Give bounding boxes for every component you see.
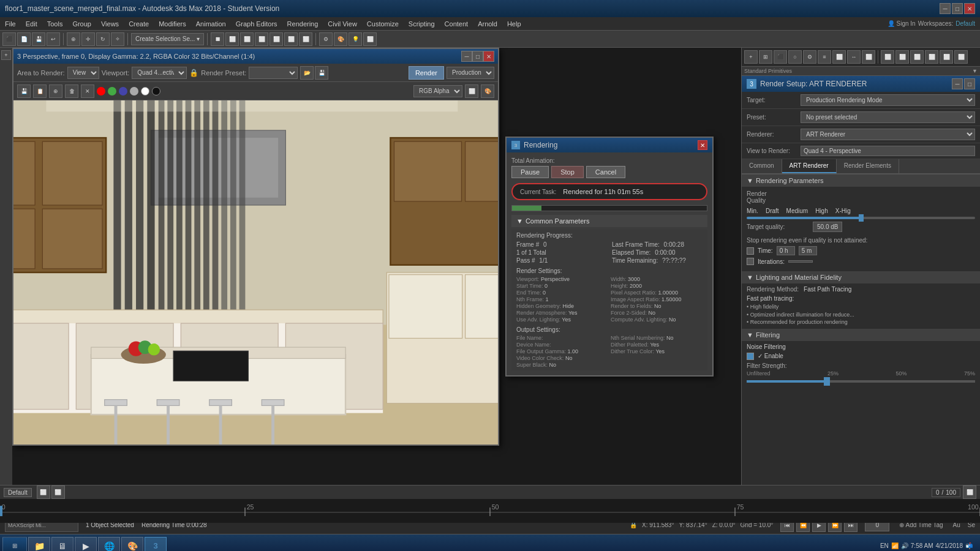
rt-btn-6[interactable]: ≡	[818, 50, 831, 64]
area-to-render-select[interactable]: View	[67, 67, 99, 79]
menu-edit[interactable]: Edit	[21, 19, 42, 29]
timeline-nav-2[interactable]: ⬜	[51, 485, 65, 499]
menu-customize[interactable]: Customize	[362, 19, 404, 29]
sidebar-tool-1[interactable]: +	[1, 50, 11, 60]
rs-maximize[interactable]: □	[964, 78, 975, 89]
menu-rendering[interactable]: Rendering	[282, 19, 323, 29]
quality-xhigh[interactable]: X-Hig	[835, 208, 851, 214]
filtering-header[interactable]: ▼ Filtering	[742, 329, 980, 341]
menu-scripting[interactable]: Scripting	[404, 19, 440, 29]
menu-arnold[interactable]: Arnold	[473, 19, 502, 29]
rt-btn-14[interactable]: ⬜	[940, 50, 953, 64]
rt-btn-9[interactable]: ⬜	[862, 50, 875, 64]
viewport-select[interactable]: Quad 4...ective	[132, 67, 187, 79]
color-dot-blue[interactable]	[119, 87, 127, 96]
color-dot-white[interactable]	[141, 87, 149, 96]
toolbar-btn-9[interactable]: ⬜	[284, 32, 298, 46]
toolbar-select[interactable]: ⊕	[67, 32, 80, 46]
taskbar-3dsmax[interactable]: 3	[145, 537, 167, 552]
ro-minimize[interactable]: ─	[461, 51, 472, 62]
quality-slider[interactable]	[747, 217, 975, 219]
menu-tools[interactable]: Tools	[42, 19, 68, 29]
toolbar-btn-4[interactable]: ↩	[47, 32, 60, 46]
quality-draft[interactable]: Draft	[766, 208, 779, 214]
rt-btn-8[interactable]: ↔	[847, 50, 861, 64]
menu-animation[interactable]: Animation	[191, 19, 231, 29]
taskbar-media[interactable]: ▶	[75, 537, 97, 552]
rc-close[interactable]: ✕	[81, 84, 94, 98]
taskbar-explorer[interactable]: 📁	[28, 537, 50, 552]
cancel-button[interactable]: Cancel	[586, 166, 625, 178]
lighting-fidelity-header[interactable]: ▼ Lighting and Material Fidelity	[742, 271, 980, 283]
sign-in-label[interactable]: 👤 Sign In	[888, 20, 916, 27]
render-button[interactable]: Render	[409, 66, 444, 80]
start-button[interactable]: ⊞	[2, 537, 27, 552]
toolbar-light[interactable]: 💡	[349, 32, 362, 46]
tab-common[interactable]: Common	[742, 159, 782, 173]
rt-btn-1[interactable]: +	[744, 50, 758, 64]
rt-btn-10[interactable]: ⬜	[881, 50, 894, 64]
rendering-params-header[interactable]: ▼ Rendering Parameters	[742, 174, 980, 187]
tl-btn-1[interactable]: ⬜	[963, 485, 976, 499]
preset-select[interactable]: No preset selected	[801, 111, 975, 123]
notification-area[interactable]: 📬	[965, 542, 973, 549]
filter-slider-thumb[interactable]	[824, 377, 830, 386]
color-dot-green[interactable]	[108, 87, 116, 96]
iterations-checkbox[interactable]	[747, 258, 754, 265]
color-dot-grey[interactable]	[130, 87, 138, 96]
rc-clear[interactable]: 🗑	[65, 84, 78, 98]
quality-medium[interactable]: Medium	[786, 208, 809, 214]
ro-close[interactable]: ✕	[483, 51, 494, 62]
workspace-value[interactable]: Default	[956, 20, 975, 27]
quality-slider-thumb[interactable]	[859, 214, 864, 222]
quality-high[interactable]: High	[815, 208, 828, 214]
quality-min[interactable]: Min.	[747, 208, 758, 214]
rt-btn-7[interactable]: ⬜	[832, 50, 846, 64]
channel-btn-2[interactable]: 🎨	[481, 84, 494, 98]
toolbar-material[interactable]: 🎨	[334, 32, 347, 46]
minimize-button[interactable]: ─	[940, 3, 951, 14]
color-dot-red[interactable]	[97, 87, 105, 96]
menu-file[interactable]: File	[0, 19, 21, 29]
renderer-select[interactable]: ART Renderer	[801, 129, 975, 140]
tab-render-elements[interactable]: Render Elements	[837, 159, 899, 173]
channel-btn-1[interactable]: ⬜	[465, 84, 478, 98]
close-button[interactable]: ✕	[964, 3, 975, 14]
render-mode-select[interactable]: Production	[447, 67, 494, 79]
tab-art-renderer[interactable]: ART Renderer	[782, 159, 837, 173]
maximize-button[interactable]: □	[952, 3, 963, 14]
timeline-nav-1[interactable]: ⬜	[37, 485, 50, 499]
toolbar-btn-snap[interactable]: 🔲	[211, 32, 224, 46]
toolbar-btn-10[interactable]: ⬜	[299, 32, 312, 46]
iterations-input[interactable]	[788, 260, 813, 263]
rs-minimize[interactable]: ─	[952, 78, 963, 89]
target-select[interactable]: Production Rendering Mode	[801, 94, 975, 106]
rc-save[interactable]: 💾	[17, 84, 31, 98]
standard-primitives-dropdown[interactable]: ▼	[972, 68, 978, 74]
toolbar-btn-3[interactable]: 💾	[32, 32, 45, 46]
stop-button[interactable]: Stop	[551, 166, 584, 178]
ro-maximize[interactable]: □	[472, 51, 483, 62]
toolbar-btn-2[interactable]: 📄	[17, 32, 31, 46]
menu-create[interactable]: Create	[124, 19, 154, 29]
menu-modifiers[interactable]: Modifiers	[154, 19, 191, 29]
common-params-section-header[interactable]: ▼ Common Parameters	[511, 215, 707, 227]
render-preset-select[interactable]	[249, 67, 298, 79]
time-m-input[interactable]: 5 m	[799, 246, 817, 255]
taskbar-browser[interactable]: 🌐	[98, 537, 120, 552]
menu-group[interactable]: Group	[67, 19, 96, 29]
menu-civil-view[interactable]: Civil View	[323, 19, 361, 29]
enable-checkbox[interactable]	[747, 353, 754, 360]
rc-copy[interactable]: 📋	[33, 84, 47, 98]
taskbar-paint[interactable]: 🎨	[121, 537, 143, 552]
selection-set-dropdown[interactable]: Create Selection Se... ▾	[131, 33, 204, 45]
taskbar-computer[interactable]: 🖥	[51, 537, 74, 552]
toolbar-render[interactable]: ⚙	[319, 32, 333, 46]
filter-strength-slider[interactable]	[747, 380, 975, 383]
toolbar-rotate[interactable]: ↻	[96, 32, 110, 46]
rt-btn-12[interactable]: ⬜	[910, 50, 924, 64]
menu-views[interactable]: Views	[96, 19, 124, 29]
toolbar-move[interactable]: ✛	[81, 32, 95, 46]
menu-content[interactable]: Content	[440, 19, 473, 29]
toolbar-btn-1[interactable]: ⬛	[2, 32, 16, 46]
